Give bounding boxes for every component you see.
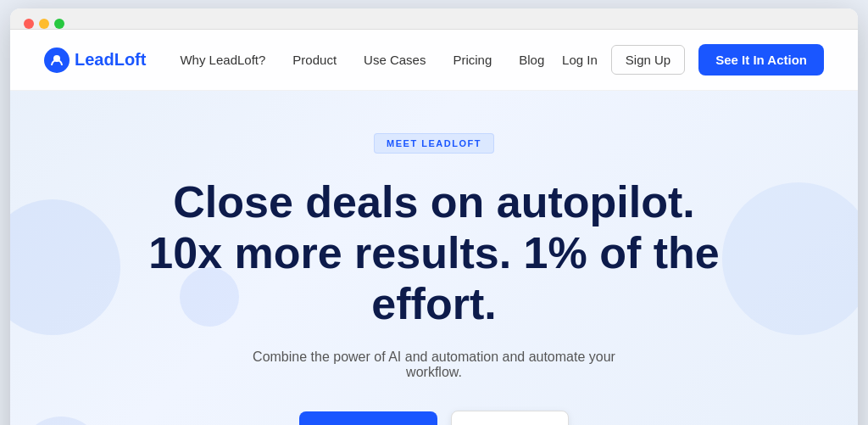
logo-icon [44,48,70,73]
login-button[interactable]: Log In [562,53,598,67]
signup-button[interactable]: Sign Up [611,45,685,75]
meet-badge: MEET LEADLOFT [374,133,494,154]
get-started-button[interactable]: Get Started [451,411,569,425]
nav-link-why[interactable]: Why LeadLoft? [180,53,265,67]
hero-section: MEET LEADLOFT Close deals on autopilot. … [10,91,858,425]
close-button[interactable] [24,19,34,29]
hero-subtext: Combine the power of AI and automation a… [231,350,637,380]
nav-cta-button[interactable]: See It In Action [698,44,824,75]
hero-headline-line1: Close deals on autopilot. [173,177,694,226]
nav-actions: Log In Sign Up See It In Action [562,44,824,75]
navbar: LeadLoft Why LeadLoft? Product Use Cases… [10,30,858,91]
nav-links: Why LeadLoft? Product Use Cases Pricing … [180,53,562,67]
nav-link-use-cases[interactable]: Use Cases [364,53,426,67]
see-it-in-action-button[interactable]: See It In Action [299,411,438,425]
minimize-button[interactable] [39,19,49,29]
browser-chrome [10,8,858,30]
traffic-lights [24,19,64,29]
nav-link-product[interactable]: Product [292,53,337,67]
logo-text: LeadLoft [75,50,146,70]
logo[interactable]: LeadLoft [44,48,146,73]
hero-headline-line2: 10x more results. 1% of the effort. [148,228,719,328]
nav-link-pricing[interactable]: Pricing [453,53,492,67]
nav-link-blog[interactable]: Blog [519,53,544,67]
hero-headline: Close deals on autopilot. 10x more resul… [137,177,731,329]
browser-window: LeadLoft Why LeadLoft? Product Use Cases… [10,8,858,425]
hero-buttons: See It In Action Get Started [299,411,570,425]
fullscreen-button[interactable] [54,19,64,29]
browser-content: LeadLoft Why LeadLoft? Product Use Cases… [10,30,858,425]
